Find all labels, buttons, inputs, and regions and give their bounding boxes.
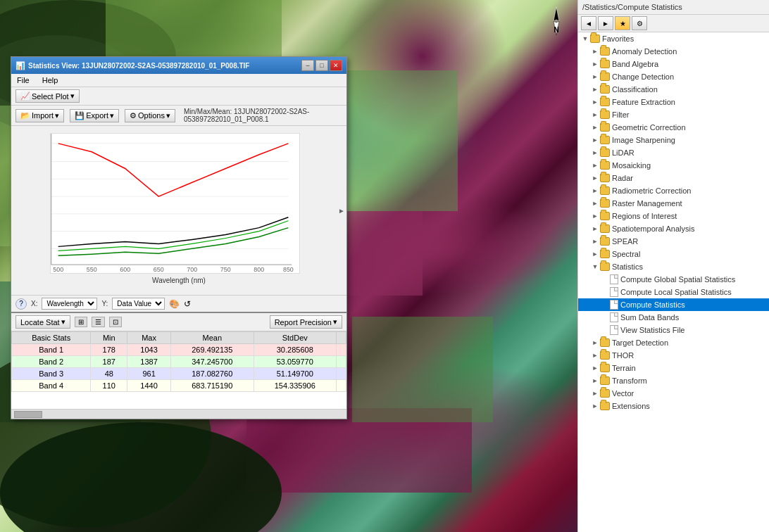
help-icon[interactable]: ? <box>15 298 27 310</box>
tree-item-thor[interactable]: ►THOR <box>578 349 769 362</box>
folder-icon-spectral <box>600 250 610 258</box>
settings-button[interactable]: ⚙ <box>632 16 647 30</box>
expand-icon-band-algebra: ► <box>591 60 599 68</box>
y-axis-label: Data Value <box>0 194 1 228</box>
horizontal-scrollbar[interactable] <box>11 409 346 419</box>
report-precision-button[interactable]: Report Precision ▾ <box>270 315 342 329</box>
tree-item-spectral[interactable]: ►Spectral <box>578 248 769 260</box>
scroll-col <box>337 332 346 344</box>
expand-icon-change-detection: ► <box>591 72 599 81</box>
back-button[interactable]: ◄ <box>581 16 596 30</box>
tree-item-feature-extraction[interactable]: ►Feature Extraction <box>578 96 769 108</box>
window-icon: 📊 <box>15 61 25 70</box>
svg-text:850: 850 <box>283 266 294 273</box>
tree-item-mosaicking[interactable]: ►Mosaicking <box>578 159 769 172</box>
tree-label-geometric-correction: Geometric Correction <box>612 123 686 132</box>
scrollbar-thumb[interactable] <box>14 411 42 418</box>
tree-label-raster-management: Raster Management <box>612 199 682 208</box>
forward-button[interactable]: ► <box>598 16 613 30</box>
tree-view: ▼Favorites►Anomaly Detection►Band Algebr… <box>578 32 769 532</box>
expand-icon-mosaicking: ► <box>591 161 599 170</box>
view-btn-3[interactable]: ⊡ <box>109 317 122 327</box>
tree-item-spear[interactable]: ►SPEAR <box>578 235 769 248</box>
tree-item-image-sharpening[interactable]: ►Image Sharpening <box>578 134 769 146</box>
tree-label-radiometric-correction: Radiometric Correction <box>612 186 691 195</box>
tree-item-compute-statistics[interactable]: Compute Statistics <box>578 298 769 311</box>
tree-item-regions-of-interest[interactable]: ►Regions of Interest <box>578 210 769 222</box>
tree-item-geometric-correction[interactable]: ►Geometric Correction <box>578 121 769 134</box>
folder-icon-transform <box>600 376 610 385</box>
tree-item-anomaly[interactable]: ►Anomaly Detection <box>578 45 769 58</box>
view-btn-1[interactable]: ⊞ <box>75 317 87 327</box>
tree-item-vector[interactable]: ►Vector <box>578 387 769 400</box>
folder-icon-mosaicking <box>600 161 610 170</box>
tree-item-transform[interactable]: ►Transform <box>578 374 769 387</box>
folder-icon-raster-management <box>600 199 610 208</box>
window-title: 📊 Statistics View: 13JUN28072002-S2AS-05… <box>15 61 249 70</box>
north-arrow: N <box>549 7 563 35</box>
tree-label-view-statistics-file: View Statistics File <box>620 326 685 334</box>
col-header-mean: Mean <box>171 332 254 344</box>
minimize-button[interactable]: – <box>301 60 314 71</box>
close-button[interactable]: ✕ <box>330 60 342 71</box>
expand-icon-vector: ► <box>591 389 599 398</box>
svg-text:600: 600 <box>120 266 130 273</box>
tree-item-compute-local[interactable]: Compute Local Spatial Statistics <box>578 286 769 298</box>
tree-item-change-detection[interactable]: ►Change Detection <box>578 70 769 83</box>
import-button[interactable]: 📂 Import ▾ <box>15 109 64 122</box>
chart-toolbar: 📂 Import ▾ 💾 Export ▾ ⚙ Options ▾ Min/Ma… <box>11 106 346 126</box>
y-axis-select[interactable]: Data Value <box>112 298 165 310</box>
options-button[interactable]: ⚙ Options ▾ <box>125 109 175 122</box>
expand-icon-statistics: ▼ <box>591 262 599 271</box>
tree-item-target-detection[interactable]: ►Target Detection <box>578 336 769 349</box>
folder-icon-vector <box>600 389 610 398</box>
expand-chart-button[interactable]: ► <box>338 207 345 215</box>
maximize-button[interactable]: □ <box>315 60 328 71</box>
tree-item-spatiotemporal[interactable]: ►Spatiotemporal Analysis <box>578 222 769 235</box>
tree-item-classification[interactable]: ►Classification <box>578 83 769 96</box>
menu-file[interactable]: File <box>14 75 32 85</box>
tree-item-sum-data-bands[interactable]: Sum Data Bands <box>578 311 769 324</box>
tree-label-compute-statistics: Compute Statistics <box>620 300 685 309</box>
tree-item-lidar[interactable]: ►LiDAR <box>578 146 769 159</box>
expand-icon-terrain: ► <box>591 364 599 372</box>
tree-item-extensions[interactable]: ►Extensions <box>578 400 769 412</box>
tree-label-thor: THOR <box>612 351 634 360</box>
color-picker-icon[interactable]: 🎨 <box>169 299 180 309</box>
view-btn-2[interactable]: ☰ <box>92 317 105 327</box>
tree-item-band-algebra[interactable]: ►Band Algebra <box>578 58 769 70</box>
doc-icon-compute-statistics <box>610 300 618 310</box>
panel-toolbar: ◄ ► ★ ⚙ <box>578 15 769 32</box>
export-button[interactable]: 💾 Export ▾ <box>70 109 119 122</box>
menu-help[interactable]: Help <box>39 75 61 85</box>
tree-item-terrain[interactable]: ►Terrain <box>578 362 769 374</box>
tree-item-radar[interactable]: ►Radar <box>578 172 769 184</box>
doc-icon-view-statistics-file <box>610 325 618 335</box>
select-plot-button[interactable]: 📈 Select Plot ▾ <box>15 89 80 103</box>
x-axis-select[interactable]: Wavelength <box>42 298 97 310</box>
col-header-stddev: StdDev <box>254 332 336 344</box>
cell-mean: 187.082760 <box>171 368 254 380</box>
folder-icon-terrain <box>600 364 610 372</box>
expand-icon-spectral: ► <box>591 250 599 258</box>
tree-item-favorites[interactable]: ▼Favorites <box>578 32 769 45</box>
doc-icon-sum-data-bands <box>610 312 618 322</box>
favorites-button[interactable]: ★ <box>615 16 630 30</box>
svg-text:500: 500 <box>53 266 63 273</box>
expand-icon-thor: ► <box>591 351 599 360</box>
tree-item-compute-global[interactable]: Compute Global Spatial Statistics <box>578 273 769 286</box>
folder-icon-geometric-correction <box>600 123 610 132</box>
tree-item-statistics[interactable]: ▼Statistics <box>578 260 769 273</box>
folder-icon-thor <box>600 351 610 360</box>
tree-label-compute-local: Compute Local Spatial Statistics <box>620 288 732 296</box>
cell-min: 110 <box>91 380 127 392</box>
locate-stat-button[interactable]: Locate Stat ▾ <box>15 315 70 329</box>
tree-item-raster-management[interactable]: ►Raster Management <box>578 197 769 210</box>
svg-text:650: 650 <box>154 266 164 273</box>
tree-item-view-statistics-file[interactable]: View Statistics File <box>578 324 769 336</box>
tree-item-radiometric-correction[interactable]: ►Radiometric Correction <box>578 184 769 197</box>
refresh-icon[interactable]: ↺ <box>184 299 191 309</box>
tree-item-filter[interactable]: ►Filter <box>578 108 769 121</box>
folder-icon-statistics <box>600 262 610 271</box>
folder-icon-spatiotemporal <box>600 224 610 233</box>
